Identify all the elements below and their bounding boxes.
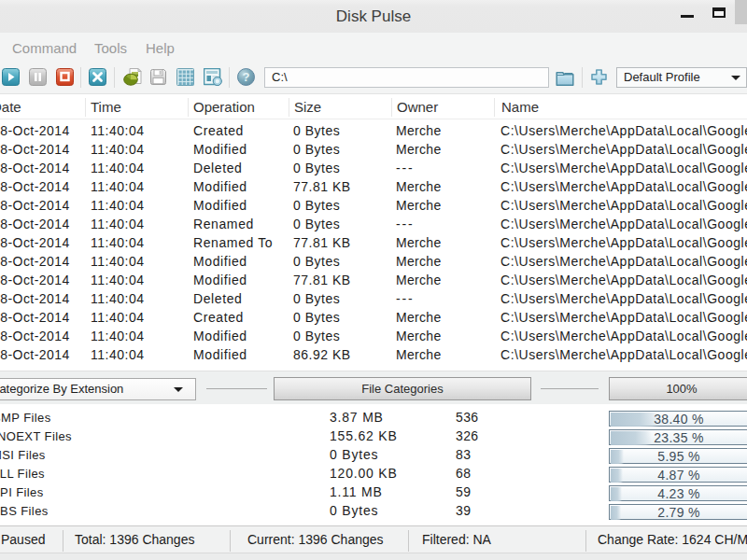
svg-text:?: ? xyxy=(243,70,250,84)
